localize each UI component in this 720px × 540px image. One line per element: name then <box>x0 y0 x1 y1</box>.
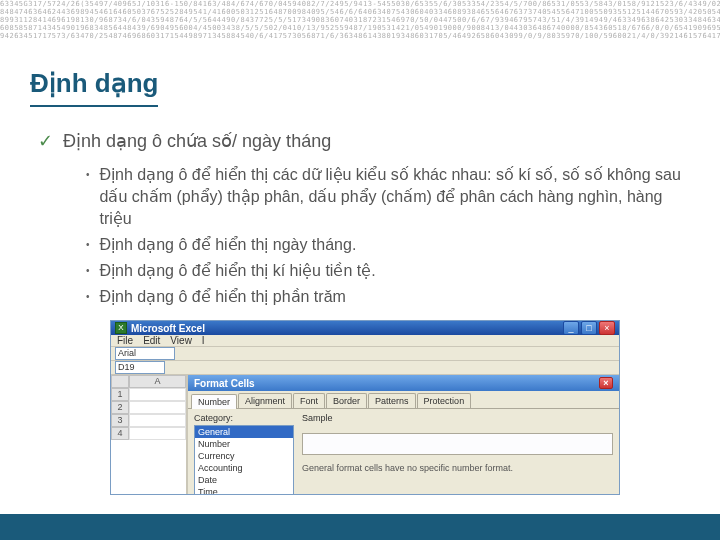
bullet-icon: • <box>86 286 90 308</box>
tab-number[interactable]: Number <box>191 394 237 409</box>
background-noise: 63345G317/5724/26(35497/40965J/10316-150… <box>0 0 720 58</box>
col-header[interactable]: A <box>129 375 186 388</box>
bullet-text: Định dạng ô để hiển thị phần trăm <box>100 286 346 308</box>
cell[interactable] <box>129 401 186 414</box>
dialog-titlebar: Format Cells × <box>188 375 619 391</box>
cell[interactable] <box>129 427 186 440</box>
menu-more[interactable]: I <box>202 335 205 346</box>
menu-view[interactable]: View <box>170 335 192 346</box>
sample-box <box>302 433 613 455</box>
slide-footer-bar <box>0 514 720 540</box>
excel-screenshot: X Microsoft Excel _ □ × File Edit View I… <box>110 320 620 495</box>
excel-app-title: Microsoft Excel <box>131 323 205 334</box>
name-box[interactable]: D19 <box>115 361 165 374</box>
cell[interactable] <box>129 388 186 401</box>
bullet-text: Định dạng ô để hiển thị các dữ liệu kiểu… <box>100 164 690 230</box>
category-item[interactable]: General <box>195 426 293 438</box>
category-item[interactable]: Accounting <box>195 462 293 474</box>
check-icon: ✓ <box>38 130 53 152</box>
excel-namebox-row: D19 <box>111 361 619 375</box>
category-column: Category: General Number Currency Accoun… <box>194 413 294 495</box>
row-header[interactable]: 4 <box>111 427 129 440</box>
dialog-close-icon[interactable]: × <box>599 377 613 389</box>
cell[interactable] <box>129 414 186 427</box>
close-icon[interactable]: × <box>599 321 615 335</box>
excel-formatbar: Arial <box>111 347 619 361</box>
row-header[interactable]: 2 <box>111 401 129 414</box>
category-label: Category: <box>194 413 294 423</box>
excel-menubar: File Edit View I <box>111 335 619 347</box>
category-item[interactable]: Number <box>195 438 293 450</box>
category-item[interactable]: Date <box>195 474 293 486</box>
excel-logo-icon: X <box>115 322 127 334</box>
select-all-corner[interactable] <box>111 375 129 388</box>
category-list[interactable]: General Number Currency Accounting Date … <box>194 425 294 495</box>
bullet-icon: • <box>86 260 90 282</box>
format-cells-dialog: Format Cells × Number Alignment Font Bor… <box>187 375 619 495</box>
bullet-text: Định dạng ô để hiển thị ngày tháng. <box>100 234 357 256</box>
category-item[interactable]: Currency <box>195 450 293 462</box>
excel-titlebar: X Microsoft Excel _ □ × <box>111 321 619 335</box>
dialog-body: Category: General Number Currency Accoun… <box>188 409 619 495</box>
sample-label: Sample <box>302 413 613 423</box>
slide-content: ✓ Định dạng ô chứa số/ ngày tháng • Định… <box>38 130 690 312</box>
page-title: Định dạng <box>30 68 158 107</box>
category-item[interactable]: Time <box>195 486 293 495</box>
tab-font[interactable]: Font <box>293 393 325 408</box>
tab-protection[interactable]: Protection <box>417 393 472 408</box>
menu-edit[interactable]: Edit <box>143 335 160 346</box>
excel-body: A 1 2 3 4 Format Cells × Number Alignmen… <box>111 375 619 495</box>
row-header[interactable]: 1 <box>111 388 129 401</box>
bullet-text: Định dạng ô để hiển thị kí hiệu tiền tệ. <box>100 260 376 282</box>
maximize-icon[interactable]: □ <box>581 321 597 335</box>
tab-border[interactable]: Border <box>326 393 367 408</box>
sample-column: Sample General format cells have no spec… <box>302 413 613 495</box>
sheet-grid: A 1 2 3 4 <box>111 375 187 495</box>
tab-patterns[interactable]: Patterns <box>368 393 416 408</box>
font-selector[interactable]: Arial <box>115 347 175 360</box>
format-description: General format cells have no specific nu… <box>302 463 613 474</box>
minimize-icon[interactable]: _ <box>563 321 579 335</box>
main-bullet-text: Định dạng ô chứa số/ ngày tháng <box>63 130 331 152</box>
row-header[interactable]: 3 <box>111 414 129 427</box>
bullet-icon: • <box>86 234 90 256</box>
dialog-tabs: Number Alignment Font Border Patterns Pr… <box>188 391 619 409</box>
list-item: • Định dạng ô để hiển thị ngày tháng. <box>86 234 690 256</box>
list-item: • Định dạng ô để hiển thị kí hiệu tiền t… <box>86 260 690 282</box>
sub-bullets: • Định dạng ô để hiển thị các dữ liệu ki… <box>86 164 690 308</box>
tab-alignment[interactable]: Alignment <box>238 393 292 408</box>
list-item: • Định dạng ô để hiển thị phần trăm <box>86 286 690 308</box>
list-item: • Định dạng ô để hiển thị các dữ liệu ki… <box>86 164 690 230</box>
main-bullet: ✓ Định dạng ô chứa số/ ngày tháng <box>38 130 690 152</box>
dialog-title: Format Cells <box>194 378 255 389</box>
bullet-icon: • <box>86 164 90 186</box>
menu-file[interactable]: File <box>117 335 133 346</box>
